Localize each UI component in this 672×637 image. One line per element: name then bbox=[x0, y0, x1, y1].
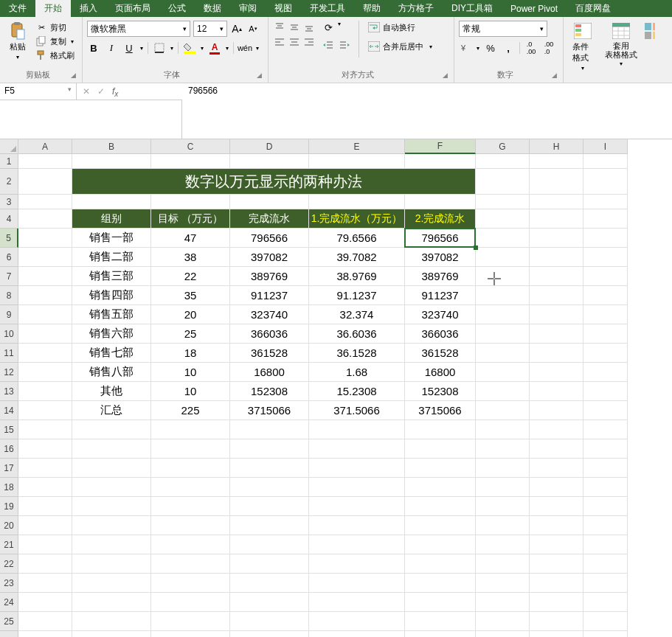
cell-B23[interactable] bbox=[72, 574, 151, 593]
cell-B19[interactable] bbox=[72, 497, 151, 516]
cell-F22[interactable] bbox=[405, 554, 476, 574]
row-header-24[interactable]: 24 bbox=[0, 593, 18, 612]
cell-A10[interactable] bbox=[18, 324, 72, 344]
increase-decimal-button[interactable]: .0.00 bbox=[524, 41, 538, 55]
cell-G20[interactable] bbox=[476, 516, 530, 535]
cell-I24[interactable] bbox=[583, 593, 628, 612]
row-header-7[interactable]: 7 bbox=[0, 267, 18, 286]
bold-button[interactable]: B bbox=[87, 41, 100, 55]
cell-H11[interactable] bbox=[530, 344, 583, 363]
cell-G24[interactable] bbox=[476, 593, 530, 612]
cell-B26[interactable] bbox=[72, 631, 151, 637]
menu-tab-10[interactable]: 方方格子 bbox=[389, 0, 443, 17]
cell-F23[interactable] bbox=[405, 574, 476, 593]
cell-E12[interactable]: 1.68 bbox=[309, 363, 405, 382]
cell-I3[interactable] bbox=[583, 195, 628, 209]
increase-indent-button[interactable] bbox=[338, 38, 351, 52]
cell-E19[interactable] bbox=[309, 497, 405, 516]
cell-F6[interactable]: 397082 bbox=[405, 248, 476, 267]
cell-H22[interactable] bbox=[530, 554, 583, 574]
align-bottom-button[interactable] bbox=[302, 21, 316, 34]
row-header-25[interactable]: 25 bbox=[0, 612, 18, 631]
row-header-12[interactable]: 12 bbox=[0, 363, 18, 382]
cell-C25[interactable] bbox=[151, 612, 230, 631]
decrease-decimal-button[interactable]: .00.0 bbox=[542, 41, 555, 55]
cell-I11[interactable] bbox=[583, 344, 628, 363]
cell-H2[interactable] bbox=[530, 169, 583, 195]
cell-A12[interactable] bbox=[18, 363, 72, 382]
cell-I13[interactable] bbox=[583, 382, 628, 401]
cell-H25[interactable] bbox=[530, 612, 583, 631]
cell-F11[interactable]: 361528 bbox=[405, 344, 476, 363]
cell-H19[interactable] bbox=[530, 497, 583, 516]
row-header-10[interactable]: 10 bbox=[0, 324, 18, 344]
cell-A18[interactable] bbox=[18, 478, 72, 497]
comma-button[interactable]: , bbox=[502, 41, 515, 55]
col-header-F[interactable]: F bbox=[405, 139, 476, 154]
cell-A2[interactable] bbox=[18, 169, 72, 195]
cell-D12[interactable]: 16800 bbox=[230, 363, 309, 382]
cell-F25[interactable] bbox=[405, 612, 476, 631]
orientation-button[interactable]: ⟳ bbox=[322, 21, 335, 34]
cell-B16[interactable] bbox=[72, 439, 151, 459]
cell-F10[interactable]: 366036 bbox=[405, 324, 476, 344]
cell-I5[interactable] bbox=[583, 229, 628, 248]
cell-A14[interactable] bbox=[18, 401, 72, 420]
col-header-E[interactable]: E bbox=[309, 139, 405, 154]
row-header-6[interactable]: 6 bbox=[0, 248, 18, 267]
cell-A17[interactable] bbox=[18, 459, 72, 478]
cell-E9[interactable]: 32.374 bbox=[309, 305, 405, 324]
row-header-23[interactable]: 23 bbox=[0, 574, 18, 593]
cell-D19[interactable] bbox=[230, 497, 309, 516]
font-color-button[interactable]: A bbox=[208, 41, 221, 55]
row-header-20[interactable]: 20 bbox=[0, 516, 18, 535]
cell-F7[interactable]: 389769 bbox=[405, 267, 476, 286]
row-header-1[interactable]: 1 bbox=[0, 154, 18, 169]
cell-E15[interactable] bbox=[309, 420, 405, 439]
fill-handle[interactable] bbox=[474, 246, 478, 250]
cell-H9[interactable] bbox=[530, 305, 583, 324]
cell-H26[interactable] bbox=[530, 631, 583, 637]
cell-C9[interactable]: 20 bbox=[151, 305, 230, 324]
menu-tab-13[interactable]: 百度网盘 bbox=[567, 0, 620, 17]
cell-E18[interactable] bbox=[309, 478, 405, 497]
align-left-button[interactable] bbox=[273, 35, 286, 49]
cell-B18[interactable] bbox=[72, 478, 151, 497]
cell-B13[interactable]: 其他 bbox=[72, 382, 151, 401]
row-header-14[interactable]: 14 bbox=[0, 401, 18, 420]
menu-tab-0[interactable]: 文件 bbox=[0, 0, 35, 17]
cell-C7[interactable]: 22 bbox=[151, 267, 230, 286]
cell-C6[interactable]: 38 bbox=[151, 248, 230, 267]
cell-C1[interactable] bbox=[151, 154, 230, 169]
cell-C5[interactable]: 47 bbox=[151, 229, 230, 248]
row-header-17[interactable]: 17 bbox=[0, 459, 18, 478]
col-header-C[interactable]: C bbox=[151, 139, 230, 154]
cell-C11[interactable]: 18 bbox=[151, 344, 230, 363]
conditional-format-button[interactable]: 条件格式 ▾ bbox=[568, 21, 597, 73]
name-box[interactable]: F5▾ bbox=[0, 83, 77, 100]
cell-A19[interactable] bbox=[18, 497, 72, 516]
row-header-8[interactable]: 8 bbox=[0, 286, 18, 305]
cell-I18[interactable] bbox=[583, 478, 628, 497]
cell-E21[interactable] bbox=[309, 535, 405, 554]
dialog-launcher-icon[interactable]: ◢ bbox=[443, 72, 449, 79]
wrap-text-button[interactable]: 自动换行 bbox=[367, 21, 434, 34]
cell-B14[interactable]: 汇总 bbox=[72, 401, 151, 420]
cell-I4[interactable] bbox=[583, 209, 628, 229]
cell-D24[interactable] bbox=[230, 593, 309, 612]
cell-E7[interactable]: 38.9769 bbox=[309, 267, 405, 286]
row-header-3[interactable]: 3 bbox=[0, 195, 18, 209]
cell-E24[interactable] bbox=[309, 593, 405, 612]
cell-I26[interactable] bbox=[583, 631, 628, 637]
cell-E26[interactable] bbox=[309, 631, 405, 637]
cell-I17[interactable] bbox=[583, 459, 628, 478]
cell-D15[interactable] bbox=[230, 420, 309, 439]
cell-B17[interactable] bbox=[72, 459, 151, 478]
cell-D13[interactable]: 152308 bbox=[230, 382, 309, 401]
cell-A22[interactable] bbox=[18, 554, 72, 574]
menu-tab-8[interactable]: 开发工具 bbox=[301, 0, 354, 17]
cell-A21[interactable] bbox=[18, 535, 72, 554]
cell-D9[interactable]: 323740 bbox=[230, 305, 309, 324]
cell-F9[interactable]: 323740 bbox=[405, 305, 476, 324]
cell-B21[interactable] bbox=[72, 535, 151, 554]
